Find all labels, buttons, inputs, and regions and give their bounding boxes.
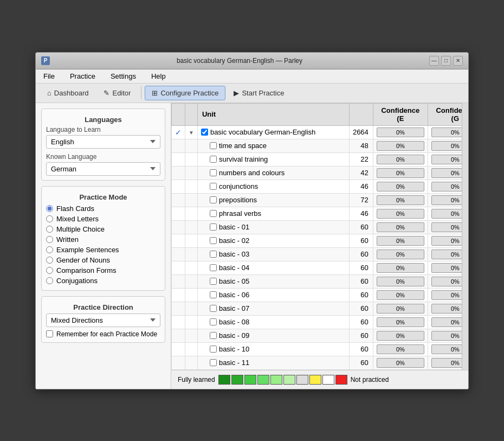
unit-checkbox[interactable] [210,251,217,258]
example-sentences-option[interactable]: Example Sentences [46,245,160,255]
unit-checkbox[interactable] [210,332,217,339]
dashboard-button[interactable]: ⌂ Dashboard [40,86,95,100]
unit-checkbox[interactable] [210,264,217,271]
scrollbar[interactable] [462,103,468,370]
remember-checkbox[interactable] [46,330,53,337]
row-expand-cell[interactable] [185,152,198,166]
help-menu[interactable]: Help [148,71,169,81]
row-check-cell[interactable] [172,220,185,234]
row-expand-cell[interactable] [185,139,198,152]
row-check-cell[interactable] [172,342,185,356]
conjugations-option[interactable]: Conjugations [46,276,160,286]
unit-checkbox[interactable] [210,142,217,149]
row-expand-cell[interactable] [185,342,198,356]
unit-checkbox[interactable] [210,223,217,231]
table-row[interactable]: basic - 08600%0% [172,315,462,329]
table-container[interactable]: Unit Confidence (E Confidence (G [171,103,462,370]
known-language-select[interactable]: German [46,162,160,176]
row-expand-cell[interactable] [185,234,198,247]
row-expand-cell[interactable] [185,302,198,315]
table-row[interactable]: basic - 01600%0% [172,220,462,234]
unit-checkbox[interactable] [210,237,217,244]
table-row[interactable]: basic - 09600%0% [172,329,462,342]
table-row[interactable]: ✓▼basic vocabulary German-English26640%0… [172,125,462,139]
unit-checkbox[interactable] [210,305,217,312]
row-expand-cell[interactable] [185,315,198,329]
unit-checkbox[interactable] [210,318,217,325]
table-row[interactable]: basic - 05600%0% [172,274,462,288]
table-row[interactable]: prepositions720%0% [172,193,462,207]
unit-checkbox[interactable] [210,196,217,203]
row-expand-cell[interactable] [185,247,198,261]
row-expand-cell[interactable] [185,329,198,342]
practice-menu[interactable]: Practice [67,71,99,81]
row-check-cell[interactable] [172,288,185,302]
row-expand-cell[interactable] [185,274,198,288]
table-row[interactable]: basic - 02600%0% [172,234,462,247]
row-check-cell[interactable] [172,139,185,152]
table-row[interactable]: time and space480%0% [172,139,462,152]
row-check-cell[interactable] [172,247,185,261]
unit-checkbox[interactable] [201,129,208,136]
legend-color-box [309,375,321,385]
row-expand-cell[interactable] [185,220,198,234]
row-check-cell[interactable] [172,302,185,315]
row-check-cell[interactable] [172,207,185,220]
start-practice-button[interactable]: ▶ Start Practice [227,86,291,100]
row-check-cell[interactable] [172,166,185,180]
unit-checkbox[interactable] [210,183,217,190]
table-row[interactable]: conjunctions460%0% [172,180,462,193]
table-row[interactable]: numbers and colours420%0% [172,166,462,180]
table-row[interactable]: phrasal verbs460%0% [172,207,462,220]
close-button[interactable]: ✕ [453,56,463,66]
unit-checkbox[interactable] [210,169,217,176]
settings-menu[interactable]: Settings [107,71,139,81]
row-expand-cell[interactable] [185,180,198,193]
mixed-letters-option[interactable]: Mixed Letters [46,214,160,224]
unit-checkbox[interactable] [210,346,217,353]
remember-checkbox-label[interactable]: Remember for each Practice Mode [46,330,160,338]
row-check-cell[interactable] [172,315,185,329]
row-check-cell[interactable] [172,274,185,288]
written-option[interactable]: Written [46,234,160,245]
file-menu[interactable]: File [40,71,58,81]
row-expand-cell[interactable]: ▼ [185,125,198,139]
row-check-cell[interactable]: ✓ [172,125,185,139]
gender-nouns-option[interactable]: Gender of Nouns [46,255,160,265]
row-expand-cell[interactable] [185,207,198,220]
table-row[interactable]: basic - 04600%0% [172,261,462,274]
unit-checkbox[interactable] [210,278,217,285]
maximize-button[interactable]: □ [441,56,451,66]
language-to-learn-select[interactable]: English [46,135,160,149]
row-check-cell[interactable] [172,152,185,166]
comparison-forms-option[interactable]: Comparison Forms [46,265,160,276]
row-check-cell[interactable] [172,234,185,247]
table-row[interactable]: basic - 06600%0% [172,288,462,302]
row-check-cell[interactable] [172,193,185,207]
row-expand-cell[interactable] [185,193,198,207]
row-check-cell[interactable] [172,180,185,193]
unit-checkbox[interactable] [210,156,217,163]
minimize-button[interactable]: — [429,56,439,66]
row-check-cell[interactable] [172,356,185,369]
table-row[interactable]: survival training220%0% [172,152,462,166]
row-expand-cell[interactable] [185,356,198,369]
flash-cards-option[interactable]: Flash Cards [46,203,160,214]
row-check-cell[interactable] [172,261,185,274]
editor-button[interactable]: ✎ Editor [96,86,138,100]
unit-checkbox[interactable] [210,210,217,217]
configure-practice-button[interactable]: ⊞ Configure Practice [145,86,225,100]
practice-direction-select[interactable]: Mixed Directions English to German Germa… [46,314,160,327]
table-row[interactable]: basic - 11600%0% [172,356,462,369]
table-row[interactable]: basic - 10600%0% [172,342,462,356]
play-icon: ▶ [234,89,239,97]
multiple-choice-option[interactable]: Multiple Choice [46,224,160,234]
table-row[interactable]: basic - 07600%0% [172,302,462,315]
row-check-cell[interactable] [172,329,185,342]
table-row[interactable]: basic - 03600%0% [172,247,462,261]
row-expand-cell[interactable] [185,261,198,274]
unit-checkbox[interactable] [210,359,217,366]
unit-checkbox[interactable] [210,291,217,298]
row-expand-cell[interactable] [185,166,198,180]
row-expand-cell[interactable] [185,288,198,302]
